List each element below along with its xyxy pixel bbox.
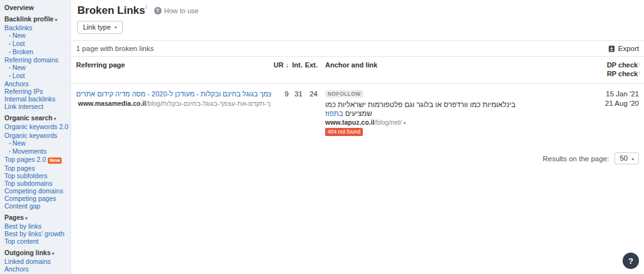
sidebar-item-label: Top subdomains [4, 180, 52, 187]
link-options-caret-icon[interactable]: ▾ [404, 120, 406, 126]
sidebar-item-organic-keywords-2-0[interactable]: Organic keywords 2.0New [0, 123, 70, 132]
sidebar-item-top-pages-2-0[interactable]: Top pages 2.0New [0, 156, 70, 164]
sidebar-item-label: Organic keywords [4, 132, 57, 139]
column-header-int[interactable]: Int. [289, 61, 303, 69]
ext-links-value: 24 [303, 89, 318, 98]
sidebar-item-label: Organic keywords 2.0 [4, 123, 69, 130]
column-header-referring-page[interactable]: Referring page [76, 61, 271, 69]
chevron-down-icon: ▾ [53, 17, 57, 23]
sidebar-item-label: Top content [4, 237, 38, 245]
sidebar-item-competing-domains[interactable]: Competing domains [0, 187, 70, 195]
sidebar-item-label: Referring domains [4, 56, 58, 64]
results-per-page-select[interactable]: 50 ▴ [614, 152, 639, 164]
sidebar-item-top-subfolders[interactable]: Top subfolders [0, 172, 70, 180]
sidebar-item-label: Backlink profile [4, 15, 53, 23]
column-header-anchor-and-link[interactable]: Anchor and link [325, 61, 579, 69]
broken-link-url: www.tapuz.co.il/blog/net/ ▾ [325, 118, 579, 126]
sidebar-item-overview[interactable]: Overview [0, 4, 70, 11]
column-header-ur[interactable]: UR ↓ [271, 61, 289, 69]
link-type-dropdown[interactable]: Link type ▾ [77, 21, 123, 34]
sidebar-item-broken[interactable]: Broken [0, 48, 70, 56]
sidebar-item-new[interactable]: New [0, 139, 70, 147]
sidebar-item-organic-keywords[interactable]: Organic keywords [0, 132, 70, 139]
table-header-row: Referring page UR ↓ Int. Ext. Anchor and… [71, 57, 644, 84]
sidebar-item-competing-pages[interactable]: Competing pages [0, 195, 70, 202]
sidebar-item-referring-ips[interactable]: Referring IPs [0, 88, 70, 95]
sidebar-item-content-gap[interactable]: Content gap [0, 202, 70, 210]
check-dates-cell: 15 Jan '21 21 Aug '20 [579, 89, 639, 108]
select-caret-icon: ▴ [631, 156, 634, 161]
sidebar-item-label: Competing domains [4, 187, 63, 195]
sidebar-item-link-intersect[interactable]: Link intersect [0, 103, 70, 110]
anchor-surrounding-text: בינלאומיות כמו וורדפרס או בלוגר וגם פלטפ… [325, 101, 516, 117]
sidebar-item-new[interactable]: New [0, 31, 70, 40]
chevron-down-icon: ▾ [52, 116, 56, 122]
sidebar-item-top-pages[interactable]: Top pages [0, 164, 70, 172]
filter-row: Link type ▾ [71, 16, 644, 40]
sidebar-item-anchors[interactable]: Anchors [0, 265, 70, 273]
table-row: כך תקדם את עצמך בגוגל בחינם ובקלות - מעו… [71, 84, 644, 142]
sidebar-item-label: Internal backlinks [4, 95, 55, 103]
sidebar-item-label: New [13, 31, 26, 39]
help-button[interactable]: ? [623, 253, 639, 269]
anchor-link-word[interactable]: בתפוז [325, 110, 343, 117]
sidebar-item-referring-domains[interactable]: Referring domains [0, 56, 70, 64]
sidebar-item-label: Link intersect [4, 103, 43, 110]
ur-value: 9 [271, 89, 289, 98]
sidebar-item-movements[interactable]: Movements [0, 147, 70, 156]
column-header-ext[interactable]: Ext. [303, 61, 318, 69]
sidebar-item-organic-search[interactable]: Organic search ▾ [0, 114, 70, 123]
page-header: Broken Links i ? How to use [71, 0, 644, 16]
broken-link-url-text[interactable]: www.tapuz.co.il/blog/net/ [325, 118, 402, 126]
link-type-label: Link type [83, 23, 111, 31]
sidebar-item-outgoing-links[interactable]: Outgoing links ▾ [0, 249, 70, 258]
anchor-text: בינלאומיות כמו וורדפרס או בלוגר וגם פלטפ… [325, 100, 517, 118]
sidebar-item-internal-backlinks[interactable]: Internal backlinks [0, 95, 70, 103]
results-toolbar: 1 page with broken links Export [71, 40, 644, 57]
sidebar-item-best-by-links-growth[interactable]: Best by links' growth [0, 230, 70, 237]
column-header-checks[interactable]: DP checki RP checki [579, 61, 639, 79]
pagination-row: Results on the page: 50 ▴ [71, 142, 644, 174]
sidebar-item-label: Best by links' growth [4, 230, 64, 237]
rp-check-header: RP checki [579, 70, 639, 79]
export-button[interactable]: Export [608, 45, 639, 52]
referring-page-cell: כך תקדם את עצמך בגוגל בחינם ובקלות - מעו… [76, 89, 271, 107]
sidebar-item-pages[interactable]: Pages ▾ [0, 214, 70, 222]
sidebar-item-lost[interactable]: Lost [0, 40, 70, 48]
sidebar-item-label: Top pages [4, 164, 35, 172]
sidebar-nav: OverviewBacklink profile ▾BacklinksNewLo… [0, 0, 71, 274]
sidebar-item-label: Backlinks [4, 24, 32, 31]
sidebar-item-top-subdomains[interactable]: Top subdomains [0, 180, 70, 187]
referring-page-url-text[interactable]: www.masamedia.co.il/blog/כך-תקדם-את-עצמך… [78, 100, 271, 107]
rp-info-superscript: i [638, 70, 640, 76]
sidebar-item-label: Pages [4, 214, 24, 221]
sidebar-item-backlinks[interactable]: Backlinks [0, 24, 70, 31]
sidebar-item-top-content[interactable]: Top content [0, 237, 70, 245]
sidebar-item-label: Top pages 2.0 [4, 156, 46, 163]
sidebar-item-label: Movements [13, 147, 47, 155]
int-links-value: 31 [289, 89, 303, 98]
sidebar-item-label: Outgoing links [4, 249, 51, 256]
sidebar-item-backlink-profile[interactable]: Backlink profile ▾ [0, 15, 70, 24]
sidebar-item-label: Referring IPs [4, 88, 43, 95]
results-summary: 1 page with broken links [76, 45, 153, 52]
sidebar-item-anchors[interactable]: Anchors [0, 80, 70, 88]
sidebar-item-linked-domains[interactable]: Linked domains [0, 258, 70, 265]
how-to-use-link[interactable]: ? How to use [154, 7, 199, 14]
new-badge: New [70, 125, 71, 131]
results-per-page-label: Results on the page: [543, 155, 609, 163]
sidebar-item-label: Top subfolders [4, 172, 47, 180]
sidebar-item-best-by-links[interactable]: Best by links [0, 222, 70, 230]
sidebar-item-label: Lost [13, 40, 25, 47]
referring-page-title-link[interactable]: כך תקדם את עצמך בגוגל בחינם ובקלות - מעו… [76, 89, 271, 98]
chevron-down-icon: ▾ [51, 251, 55, 256]
page-title: Broken Links [77, 5, 145, 16]
how-to-use-label: How to use [164, 7, 199, 14]
sidebar-item-label: New [13, 64, 26, 71]
title-info-superscript: i [146, 4, 147, 10]
sidebar-item-lost[interactable]: Lost [0, 72, 70, 80]
dp-check-date: 15 Jan '21 [579, 89, 639, 99]
sidebar-item-new[interactable]: New [0, 64, 70, 72]
anchor-and-link-cell: NOFOLLOW בינלאומיות כמו וורדפרס או בלוגר… [325, 89, 579, 136]
nofollow-badge: NOFOLLOW [325, 90, 364, 98]
